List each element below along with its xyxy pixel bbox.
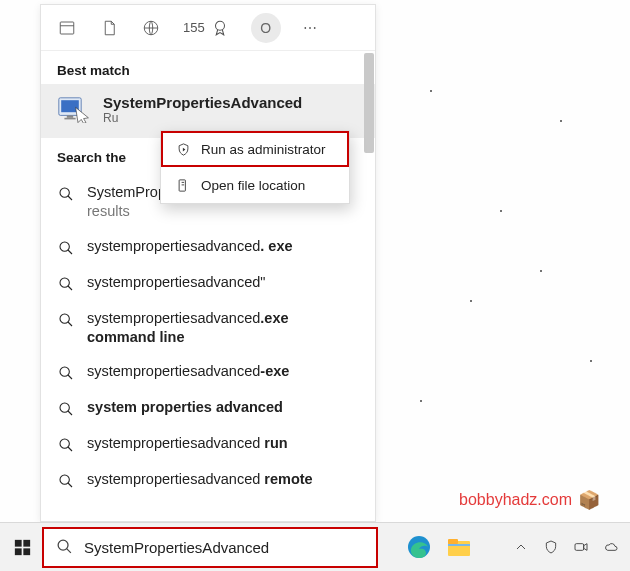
panel-top-bar: 155 O ⋯ [41, 5, 375, 51]
svg-rect-35 [575, 543, 584, 550]
context-menu: Run as administrator Open file location [160, 130, 350, 204]
search-icon [57, 436, 75, 454]
search-icon [56, 538, 74, 556]
svg-rect-24 [179, 179, 185, 190]
shield-run-icon [175, 141, 191, 157]
result-text: systempropertiesadvanced.exe command lin… [87, 309, 359, 347]
tray-meet-now-icon[interactable] [572, 538, 590, 556]
search-result-item[interactable]: systempropertiesadvanced. exe [41, 229, 375, 265]
user-avatar[interactable]: O [251, 13, 281, 43]
tray-chevron-icon[interactable] [512, 538, 530, 556]
search-result-item[interactable]: systempropertiesadvanced remote [41, 462, 375, 498]
best-match-text: SystemPropertiesAdvanced Ru [103, 94, 302, 125]
svg-point-20 [60, 439, 69, 448]
search-icon [57, 239, 75, 257]
cube-icon: 📦 [578, 489, 600, 511]
best-match-title: SystemPropertiesAdvanced [103, 94, 302, 111]
rewards-group[interactable]: 155 [183, 19, 229, 37]
svg-line-11 [68, 250, 72, 254]
panel-scrollbar[interactable] [364, 53, 374, 153]
search-icon [57, 472, 75, 490]
search-icon [57, 311, 75, 329]
edge-icon[interactable] [406, 534, 432, 560]
result-text: systempropertiesadvanced run [87, 434, 288, 453]
result-text: systempropertiesadvanced remote [87, 470, 313, 489]
best-match-header: Best match [41, 51, 375, 84]
search-result-item[interactable]: systempropertiesadvanced.exe command lin… [41, 301, 375, 355]
svg-line-23 [68, 483, 72, 487]
svg-point-3 [215, 21, 224, 30]
search-result-item[interactable]: system properties advanced [41, 390, 375, 426]
svg-point-8 [60, 188, 69, 197]
svg-rect-7 [64, 118, 75, 120]
best-match-subtitle: Ru [103, 111, 302, 125]
svg-rect-25 [14, 539, 21, 546]
svg-point-10 [60, 242, 69, 251]
svg-point-16 [60, 367, 69, 376]
run-as-admin-label: Run as administrator [201, 142, 326, 157]
more-icon[interactable]: ⋯ [303, 20, 319, 36]
search-result-item[interactable]: systempropertiesadvanced" [41, 265, 375, 301]
svg-point-22 [60, 475, 69, 484]
tray-onedrive-icon[interactable] [602, 538, 620, 556]
run-as-admin-item[interactable]: Run as administrator [161, 131, 349, 167]
search-results-list: SystemPropertiesAdvanced - See web resul… [41, 171, 375, 521]
taskbar-pinned-apps [406, 534, 472, 560]
svg-point-12 [60, 278, 69, 287]
svg-line-9 [68, 196, 72, 200]
search-result-item[interactable]: systempropertiesadvanced run [41, 426, 375, 462]
svg-rect-6 [67, 115, 73, 117]
svg-point-29 [58, 540, 68, 550]
svg-line-17 [68, 375, 72, 379]
search-icon [57, 185, 75, 203]
svg-rect-26 [23, 539, 30, 546]
watermark: bobbyhadz.com 📦 [459, 489, 600, 511]
web-icon[interactable] [141, 18, 161, 38]
svg-line-13 [68, 286, 72, 290]
svg-point-14 [60, 314, 69, 323]
svg-line-30 [67, 549, 71, 553]
taskbar [0, 522, 630, 571]
system-properties-icon [57, 92, 91, 126]
search-result-item[interactable]: systempropertiesadvanced-exe [41, 354, 375, 390]
watermark-text: bobbyhadz.com [459, 491, 572, 509]
svg-rect-33 [448, 539, 458, 544]
svg-line-21 [68, 447, 72, 451]
open-file-location-item[interactable]: Open file location [161, 167, 349, 203]
search-icon [57, 364, 75, 382]
open-file-location-label: Open file location [201, 178, 305, 193]
search-icon [57, 275, 75, 293]
svg-rect-34 [448, 544, 470, 546]
file-explorer-icon[interactable] [446, 534, 472, 560]
result-text: systempropertiesadvanced. exe [87, 237, 293, 256]
tray-security-icon[interactable] [542, 538, 560, 556]
svg-rect-28 [23, 548, 30, 555]
all-results-icon[interactable] [57, 18, 77, 38]
result-text: systempropertiesadvanced" [87, 273, 265, 292]
folder-icon [175, 177, 191, 193]
svg-line-15 [68, 322, 72, 326]
search-input[interactable] [84, 539, 364, 556]
svg-rect-27 [14, 548, 21, 555]
documents-icon[interactable] [99, 18, 119, 38]
start-search-panel: 155 O ⋯ Best match SystemPropertiesAdvan… [40, 4, 376, 522]
svg-line-19 [68, 411, 72, 415]
system-tray [512, 522, 620, 571]
search-icon [57, 400, 75, 418]
start-button[interactable] [0, 523, 44, 572]
result-text: system properties advanced [87, 398, 283, 417]
svg-point-18 [60, 403, 69, 412]
rewards-count: 155 [183, 20, 205, 35]
svg-rect-0 [60, 22, 74, 34]
taskbar-search-box[interactable] [44, 529, 376, 566]
result-text: systempropertiesadvanced-exe [87, 362, 289, 381]
